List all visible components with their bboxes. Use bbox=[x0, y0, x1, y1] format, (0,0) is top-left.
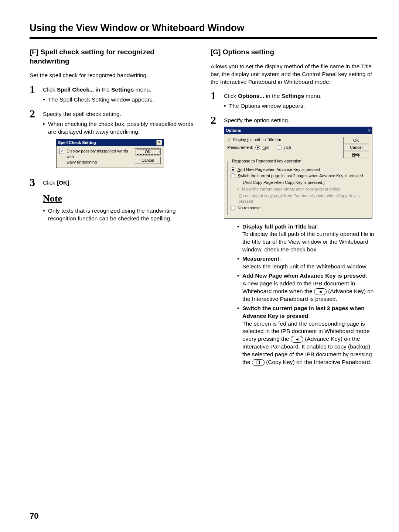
dialog-body: ✓ Display possibly misspelled words with… bbox=[57, 146, 164, 168]
step-2-sub: • When checking the check box, possibly … bbox=[43, 120, 196, 136]
ok-button[interactable]: OK bbox=[135, 148, 161, 155]
checkbox-label: Display possibly misspelled words with w… bbox=[66, 148, 132, 165]
section-g-intro: Allows you to set the display method of … bbox=[211, 63, 377, 86]
two-column-layout: [F] Spell check setting for recognized h… bbox=[30, 48, 377, 371]
bullet-icon: • bbox=[237, 255, 240, 271]
right-column: [G] Options setting Allows you to set th… bbox=[211, 48, 377, 371]
section-g-steps: Click Options... in the Settings menu. •… bbox=[211, 90, 377, 366]
opt-make-empty: ✓ Make the current page empty after copy… bbox=[236, 186, 366, 192]
close-icon[interactable]: × bbox=[368, 128, 371, 133]
measurement-inch-label: inch bbox=[284, 145, 291, 150]
step-2: Specify the spell check setting. • When … bbox=[30, 108, 196, 172]
opt-no-output: Do not output copy page from Panaboard p… bbox=[236, 193, 366, 204]
bullet-icon: • bbox=[237, 305, 240, 366]
options-definitions: • Display full path in Title bar: To dis… bbox=[237, 223, 377, 367]
display-full-path-checkbox[interactable]: ✓ bbox=[227, 137, 231, 143]
switch-page-radio[interactable] bbox=[231, 174, 235, 178]
dialog-buttons: OK Cancel bbox=[135, 148, 161, 165]
def-display-full-path: • Display full path in Title bar: To dis… bbox=[237, 223, 377, 254]
def-switch-page: • Switch the current page in last 2 page… bbox=[237, 305, 377, 366]
spell-check-dialog: Spell Check Setting × ✓ Display possibly… bbox=[56, 139, 164, 168]
bullet-icon: • bbox=[43, 96, 46, 104]
page-number: 70 bbox=[30, 511, 38, 521]
copy-key-icon: ❐ bbox=[252, 359, 265, 366]
group-legend: Response to Panaboard key operation bbox=[231, 158, 303, 164]
note-heading: Note bbox=[43, 193, 196, 204]
dialog-checkbox-row: ✓ Display possibly misspelled words with… bbox=[59, 148, 132, 165]
ok-button[interactable]: OK bbox=[343, 137, 369, 144]
measurement-row: Measurement: mm inch bbox=[227, 145, 340, 150]
step-1: Click Spell Check... in the Settings men… bbox=[30, 84, 196, 104]
advance-key-icon: ◄ bbox=[291, 336, 303, 343]
bullet-icon: • bbox=[224, 102, 227, 110]
bullet-icon: • bbox=[237, 272, 240, 303]
bullet-icon: • bbox=[43, 120, 46, 136]
def-measurement: • Measurement: Selects the length unit o… bbox=[237, 255, 377, 271]
step-1-sub: • The Spell Check Setting window appears… bbox=[43, 96, 154, 104]
no-response-radio[interactable] bbox=[231, 206, 235, 210]
cancel-button[interactable]: Cancel bbox=[135, 157, 161, 164]
opt-switch-paren: (Add Copy Page when Copy Key is pressed.… bbox=[236, 180, 366, 185]
options-dialog: Options × ✓ Display full path in Title bbox=[224, 127, 372, 218]
section-f-steps: Click Spell Check... in the Settings men… bbox=[30, 84, 196, 188]
step-1-text: Click Spell Check... in the Settings men… bbox=[43, 86, 151, 93]
dialog-top-area: ✓ Display full path in Title bar Measure… bbox=[224, 134, 372, 159]
step-3: Click [OK]. bbox=[30, 177, 196, 188]
measurement-mm-label: mm bbox=[262, 145, 269, 150]
opt-switch-page: Switch the current page in last 2 pages … bbox=[231, 173, 366, 179]
dialog-title: Spell Check Setting bbox=[58, 140, 96, 145]
g-step-1-text: Click Options... in the Settings menu. bbox=[224, 93, 321, 99]
help-button[interactable]: Help bbox=[343, 151, 369, 158]
g-step-2: Specify the option setting. Options × bbox=[211, 114, 377, 366]
add-new-page-radio[interactable] bbox=[231, 167, 235, 172]
display-misspelled-checkbox[interactable]: ✓ bbox=[59, 149, 64, 154]
opt-no-response: No response bbox=[231, 205, 366, 211]
dialog-titlebar: Spell Check Setting × bbox=[57, 139, 164, 146]
g-step-1-sub: • The Options window appears. bbox=[224, 102, 321, 110]
make-empty-checkbox[interactable]: ✓ bbox=[236, 186, 240, 192]
section-f-title: [F] Spell check setting for recognized h… bbox=[30, 48, 196, 66]
section-f-intro: Set the spell check for recognized handw… bbox=[30, 72, 196, 79]
dialog-buttons: OK Cancel Help bbox=[343, 137, 369, 158]
measurement-label: Measurement: bbox=[227, 145, 253, 150]
page-title: Using the View Window or Whiteboard Wind… bbox=[30, 22, 377, 39]
dialog-title: Options bbox=[226, 128, 241, 133]
measurement-inch-radio[interactable] bbox=[277, 145, 282, 150]
section-g-title: [G] Options setting bbox=[211, 48, 377, 57]
measurement-mm-radio[interactable] bbox=[255, 145, 260, 150]
bullet-icon: • bbox=[43, 207, 46, 223]
g-step-1: Click Options... in the Settings menu. •… bbox=[211, 90, 377, 110]
display-full-path-row: ✓ Display full path in Title bar bbox=[227, 137, 340, 143]
document-page: Using the View Window or Whiteboard Wind… bbox=[0, 0, 399, 532]
note-body: • Only texts that is recognized using th… bbox=[43, 207, 196, 223]
g-step-2-text: Specify the option setting. bbox=[224, 117, 290, 123]
step-2-text: Specify the spell check setting. bbox=[43, 111, 121, 117]
left-column: [F] Spell check setting for recognized h… bbox=[30, 48, 196, 371]
def-add-new-page: • Add New Page when Advance Key is press… bbox=[237, 272, 377, 303]
dialog-titlebar: Options × bbox=[224, 127, 372, 134]
opt-add-new-page: Add New Page when Advance Key is pressed bbox=[231, 167, 366, 172]
advance-key-icon: ◄ bbox=[314, 288, 327, 295]
bullet-icon: • bbox=[237, 223, 240, 254]
close-icon[interactable]: × bbox=[156, 140, 162, 145]
response-group: Response to Panaboard key operation Add … bbox=[227, 161, 369, 215]
display-full-path-label: Display full path in Title bar bbox=[233, 137, 281, 143]
cancel-button[interactable]: Cancel bbox=[343, 144, 369, 151]
